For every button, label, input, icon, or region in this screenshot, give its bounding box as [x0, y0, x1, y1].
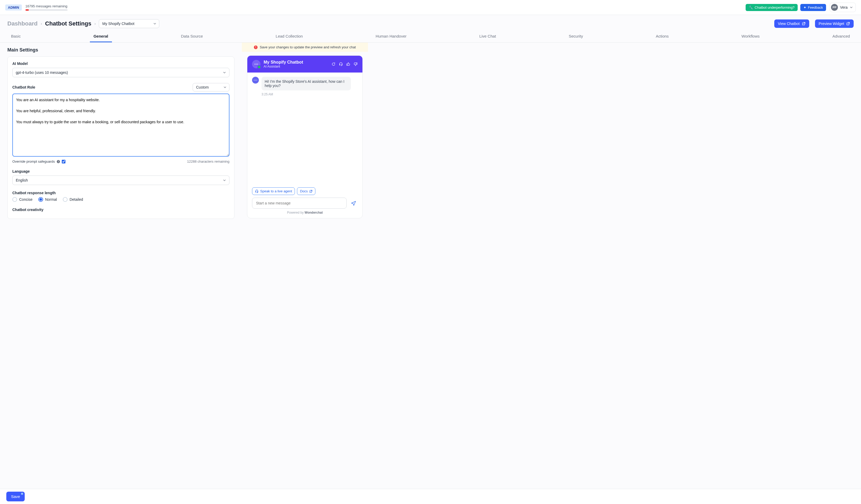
chat-message: Hi! I'm the Shopify Store's AI assistant… [261, 77, 351, 91]
sparkle-icon: ✦ [804, 5, 806, 10]
chevron-down-icon [850, 6, 853, 9]
chatbot-role-label: Chatbot Role [12, 85, 35, 89]
breadcrumb-dashboard[interactable]: Dashboard [8, 20, 38, 27]
user-menu[interactable]: PP Vera [830, 3, 856, 12]
view-chatbot-label: View Chatbot [778, 22, 800, 26]
svg-text:i: i [58, 160, 59, 163]
breadcrumb-separator-2: › [95, 22, 96, 26]
svg-point-4 [257, 64, 258, 65]
chatbot-selector-value: My Shopify Chatbot [102, 22, 134, 26]
chat-input[interactable] [252, 197, 347, 209]
breadcrumb-separator: › [41, 22, 42, 26]
tabs: BasicGeneralData SourceLead CollectionHu… [0, 31, 861, 43]
topbar: ADMIN 16795 messages remaining 🔧 Chatbot… [0, 0, 861, 15]
creativity-label: Chatbot creativity [12, 208, 230, 212]
docs-label: Docs [300, 189, 308, 193]
tab-advanced[interactable]: Advanced [829, 31, 853, 42]
powered-brand[interactable]: Wonderchat [305, 211, 323, 215]
external-link-icon [846, 22, 850, 26]
language-label: Language [12, 169, 230, 174]
alert-icon: ! [254, 45, 258, 49]
powered-prefix: Powered by [287, 211, 305, 215]
radio-icon [12, 197, 17, 202]
response-length-normal[interactable]: Normal [38, 197, 57, 202]
ai-model-label: AI Model [12, 62, 230, 66]
headset-icon[interactable] [339, 62, 343, 66]
underperforming-label: Chatbot underperforming? [754, 5, 794, 10]
thumbs-up-icon[interactable] [346, 62, 350, 66]
language-value: English [16, 178, 28, 182]
view-chatbot-button[interactable]: View Chatbot [774, 19, 809, 28]
chevron-down-icon [153, 22, 156, 25]
send-icon [351, 201, 356, 206]
chat-preview-widget: My Shopify Chatbot AI Assistant Hi! I'm … [247, 55, 363, 218]
feedback-button[interactable]: ✦ Feedback [800, 4, 826, 11]
radio-label: Normal [45, 197, 57, 202]
main-settings-card: AI Model gpt-4-turbo (uses 10 messages) … [8, 56, 234, 219]
preview-widget-button[interactable]: Preview Widget [815, 19, 853, 28]
chat-message-time: 3:25 AM [261, 93, 358, 96]
thumbs-down-icon[interactable] [354, 62, 358, 66]
tab-security[interactable]: Security [565, 31, 587, 42]
svg-point-3 [256, 64, 257, 65]
send-button[interactable] [349, 199, 358, 207]
underperforming-button[interactable]: 🔧 Chatbot underperforming? [746, 4, 798, 11]
save-notice: ! Save your changes to update the previe… [242, 43, 368, 52]
messages-remaining-bar [26, 9, 68, 11]
chat-bubble-icon [252, 60, 260, 68]
ai-model-select[interactable]: gpt-4-turbo (uses 10 messages) [12, 68, 230, 77]
response-length-concise[interactable]: Concise [12, 197, 32, 202]
chevron-down-icon [223, 86, 227, 89]
svg-point-6 [255, 80, 256, 80]
bot-avatar-icon [252, 77, 259, 84]
ai-model-value: gpt-4-turbo (uses 10 messages) [16, 70, 68, 74]
admin-badge: ADMIN [5, 4, 22, 11]
radio-label: Concise [19, 197, 32, 202]
tab-general[interactable]: General [90, 31, 112, 42]
tab-human-handover[interactable]: Human Handover [372, 31, 410, 42]
chat-body: Hi! I'm the Shopify Store's AI assistant… [247, 72, 363, 185]
avatar: PP [831, 4, 838, 11]
chatbot-role-textarea[interactable] [12, 94, 230, 156]
external-link-icon [309, 190, 313, 193]
messages-remaining-block: 16795 messages remaining [26, 4, 68, 11]
feedback-label: Feedback [808, 5, 823, 10]
headset-icon [255, 189, 259, 193]
tab-live-chat[interactable]: Live Chat [476, 31, 500, 42]
speak-live-agent-label: Speak to a live agent [260, 189, 292, 193]
tab-lead-collection[interactable]: Lead Collection [272, 31, 306, 42]
override-safeguards-checkbox[interactable] [62, 160, 66, 163]
preview-widget-label: Preview Widget [819, 22, 844, 26]
chatbot-selector[interactable]: My Shopify Chatbot [99, 19, 159, 28]
powered-by: Powered by Wonderchat [252, 211, 358, 215]
chatbot-role-preset-select[interactable]: Custom [193, 83, 230, 92]
wrench-icon: 🔧 [749, 5, 753, 10]
breadcrumb-settings: Chatbot Settings [45, 20, 92, 27]
refresh-icon[interactable] [331, 62, 336, 66]
tab-actions[interactable]: Actions [652, 31, 672, 42]
language-select[interactable]: English [12, 176, 230, 185]
save-notice-text: Save your changes to update the preview … [260, 45, 356, 49]
tab-workflows[interactable]: Workflows [738, 31, 763, 42]
response-length-detailed[interactable]: Detailed [63, 197, 83, 202]
radio-label: Detailed [70, 197, 83, 202]
external-link-icon [802, 22, 806, 26]
chat-title: My Shopify Chatbot [264, 60, 328, 65]
radio-icon [38, 197, 43, 202]
svg-point-2 [255, 64, 256, 65]
override-safeguards-label: Override prompt safeguards [12, 160, 55, 163]
chatbot-role-preset-value: Custom [196, 85, 209, 89]
info-icon[interactable]: i [56, 160, 60, 163]
speak-live-agent-button[interactable]: Speak to a live agent [252, 187, 295, 195]
svg-point-7 [257, 80, 257, 80]
chars-remaining: 12288 characters remaining [187, 160, 230, 163]
chat-header: My Shopify Chatbot AI Assistant [247, 56, 363, 72]
messages-remaining-text: 16795 messages remaining [26, 4, 68, 8]
chat-subtitle: AI Assistant [264, 65, 328, 68]
tab-data-source[interactable]: Data Source [177, 31, 206, 42]
user-name: Vera [840, 5, 848, 10]
chevron-down-icon [223, 179, 226, 182]
tab-basic[interactable]: Basic [8, 31, 25, 42]
header-row: Dashboard › Chatbot Settings › My Shopif… [0, 15, 861, 31]
docs-button[interactable]: Docs [297, 187, 315, 195]
